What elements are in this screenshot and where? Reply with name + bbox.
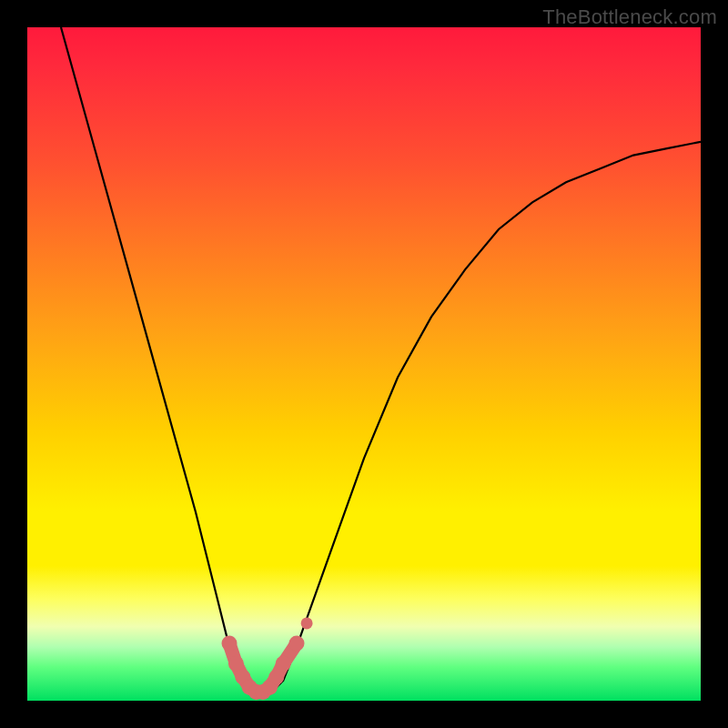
valley-marker-dot: [222, 636, 238, 652]
valley-marker-dot: [228, 656, 244, 672]
watermark-text: TheBottleneck.com: [542, 5, 717, 29]
valley-marker-dot: [276, 656, 291, 672]
curve-layer: [27, 27, 701, 701]
outer-frame: TheBottleneck.com: [0, 0, 728, 728]
valley-marker-dot: [301, 617, 313, 629]
valley-markers: [222, 617, 313, 700]
valley-marker-dot: [268, 670, 284, 685]
valley-marker-dot: [289, 636, 305, 652]
bottleneck-curve: [61, 27, 701, 694]
plot-area: [27, 27, 701, 701]
